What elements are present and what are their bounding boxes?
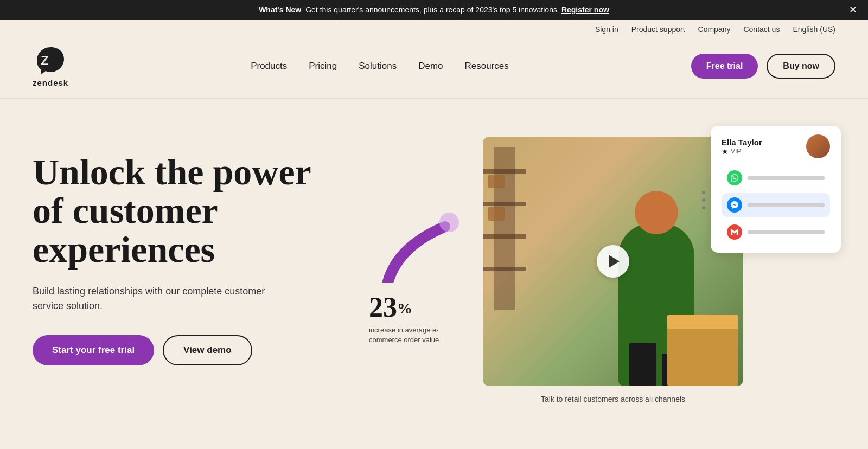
view-demo-button[interactable]: View demo — [163, 335, 252, 365]
warehouse-shelf — [494, 147, 515, 310]
contact-vip-badge: ★ VIP — [722, 147, 762, 156]
company-link[interactable]: Company — [698, 25, 731, 34]
main-nav: Z zendesk Products Pricing Solutions Dem… — [0, 39, 868, 99]
start-trial-button[interactable]: Start your free trial — [33, 335, 154, 365]
product-support-link[interactable]: Product support — [631, 25, 685, 34]
stat-percent: % — [397, 299, 412, 316]
shelf-plank — [483, 267, 526, 271]
gmail-icon — [727, 224, 742, 240]
whats-new-label: What's New — [259, 5, 301, 14]
channel-row-messenger — [722, 193, 830, 217]
contact-card-header: Ella Taylor ★ VIP — [722, 134, 830, 158]
register-now-link[interactable]: Register now — [561, 5, 609, 14]
contact-name: Ella Taylor — [722, 138, 762, 147]
hero-left: Unlock the power of customer experiences… — [33, 131, 336, 365]
nav-pricing[interactable]: Pricing — [309, 61, 337, 71]
nav-solutions[interactable]: Solutions — [359, 61, 397, 71]
shelf-plank — [483, 169, 526, 174]
hero-image-container: Ella Taylor ★ VIP — [483, 137, 743, 386]
announcement-message: Get this quarter's announcements, plus a… — [305, 5, 557, 14]
contact-us-link[interactable]: Contact us — [743, 25, 780, 34]
dot — [702, 191, 705, 194]
avatar — [806, 134, 830, 158]
person-head — [635, 191, 678, 234]
channel-bar — [748, 176, 825, 180]
hero-section: Unlock the power of customer experiences… — [0, 99, 868, 435]
svg-text:Z: Z — [41, 53, 49, 68]
image-caption: Talk to retail customers across all chan… — [483, 395, 743, 403]
buy-now-nav-button[interactable]: Buy now — [767, 54, 835, 79]
channel-row-gmail — [722, 220, 830, 244]
messenger-icon — [727, 197, 742, 213]
stat-number: 23 — [369, 292, 397, 323]
shelf-box — [488, 175, 505, 188]
shelf-box — [488, 207, 505, 221]
channel-bar — [748, 203, 825, 207]
vip-label: VIP — [731, 147, 741, 155]
play-triangle-icon — [609, 255, 620, 268]
free-trial-nav-button[interactable]: Free trial — [691, 54, 758, 79]
person-legs-left — [629, 343, 656, 386]
hero-subtext: Build lasting relationships with our com… — [33, 284, 282, 313]
shelf-plank — [483, 234, 526, 239]
close-announcement-button[interactable]: ✕ — [849, 5, 857, 15]
hero-right: 23% increase in average e-commerce order… — [336, 131, 835, 386]
star-icon: ★ — [722, 147, 729, 156]
channel-bar — [748, 230, 825, 234]
shelf-plank — [483, 202, 526, 206]
zendesk-logo-icon: Z — [34, 44, 67, 77]
hero-buttons: Start your free trial View demo — [33, 335, 336, 365]
nav-actions: Free trial Buy now — [691, 54, 835, 79]
contact-info: Ella Taylor ★ VIP — [722, 138, 762, 156]
stat-description: increase in average e-commerce order val… — [369, 325, 456, 345]
logo-text: zendesk — [33, 78, 68, 87]
nav-products[interactable]: Products — [251, 61, 287, 71]
svg-point-1 — [439, 213, 459, 232]
play-button[interactable] — [597, 245, 629, 278]
dot — [702, 206, 705, 209]
foreground-box — [667, 326, 738, 386]
box-top — [667, 315, 738, 329]
nav-resources[interactable]: Resources — [465, 61, 509, 71]
sign-in-link[interactable]: Sign in — [595, 25, 618, 34]
nav-demo[interactable]: Demo — [418, 61, 443, 71]
whatsapp-icon — [727, 170, 742, 185]
logo[interactable]: Z zendesk — [33, 44, 68, 87]
language-selector[interactable]: English (US) — [793, 25, 835, 34]
channel-row-whatsapp — [722, 166, 830, 190]
dot — [702, 198, 705, 202]
contact-card: Ella Taylor ★ VIP — [711, 126, 841, 253]
hero-heading: Unlock the power of customer experiences — [33, 153, 336, 269]
main-nav-links: Products Pricing Solutions Demo Resource… — [251, 61, 509, 72]
hero-main-image — [483, 137, 743, 386]
stats-overlay: 23% increase in average e-commerce order… — [358, 283, 467, 354]
utility-nav: Sign in Product support Company Contact … — [0, 20, 868, 39]
announcement-bar: What's New Get this quarter's announceme… — [0, 0, 868, 20]
